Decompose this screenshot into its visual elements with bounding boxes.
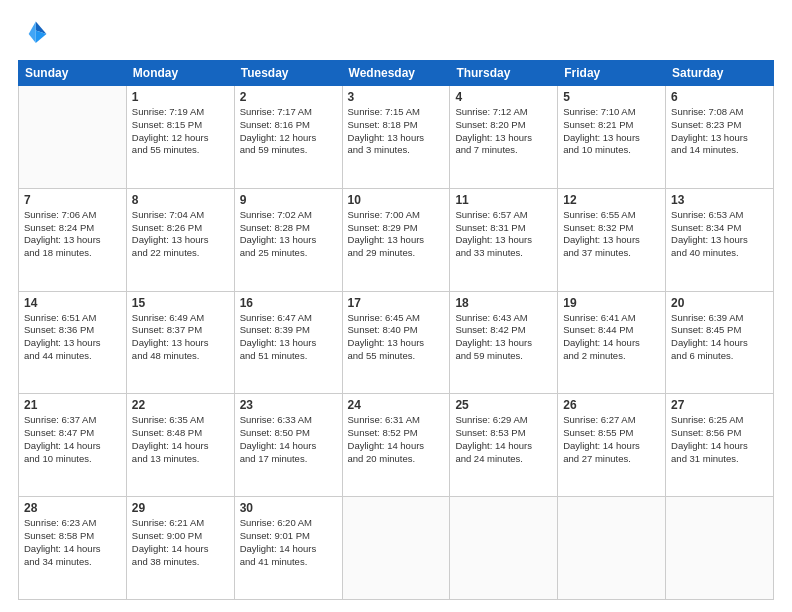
- day-number: 24: [348, 398, 445, 412]
- day-info: Sunrise: 6:55 AM Sunset: 8:32 PM Dayligh…: [563, 209, 660, 260]
- week-row-2: 7Sunrise: 7:06 AM Sunset: 8:24 PM Daylig…: [19, 188, 774, 291]
- calendar-cell: 12Sunrise: 6:55 AM Sunset: 8:32 PM Dayli…: [558, 188, 666, 291]
- calendar-cell: 20Sunrise: 6:39 AM Sunset: 8:45 PM Dayli…: [666, 291, 774, 394]
- svg-marker-2: [29, 22, 36, 43]
- calendar-cell: 28Sunrise: 6:23 AM Sunset: 8:58 PM Dayli…: [19, 497, 127, 600]
- calendar-cell: 14Sunrise: 6:51 AM Sunset: 8:36 PM Dayli…: [19, 291, 127, 394]
- calendar-cell: 1Sunrise: 7:19 AM Sunset: 8:15 PM Daylig…: [126, 86, 234, 189]
- calendar-cell: 4Sunrise: 7:12 AM Sunset: 8:20 PM Daylig…: [450, 86, 558, 189]
- calendar-cell: [558, 497, 666, 600]
- day-info: Sunrise: 7:00 AM Sunset: 8:29 PM Dayligh…: [348, 209, 445, 260]
- calendar-cell: [342, 497, 450, 600]
- calendar-cell: 30Sunrise: 6:20 AM Sunset: 9:01 PM Dayli…: [234, 497, 342, 600]
- day-info: Sunrise: 6:25 AM Sunset: 8:56 PM Dayligh…: [671, 414, 768, 465]
- day-info: Sunrise: 6:51 AM Sunset: 8:36 PM Dayligh…: [24, 312, 121, 363]
- weekday-header-monday: Monday: [126, 61, 234, 86]
- calendar-cell: 5Sunrise: 7:10 AM Sunset: 8:21 PM Daylig…: [558, 86, 666, 189]
- calendar-cell: 19Sunrise: 6:41 AM Sunset: 8:44 PM Dayli…: [558, 291, 666, 394]
- calendar-cell: 8Sunrise: 7:04 AM Sunset: 8:26 PM Daylig…: [126, 188, 234, 291]
- weekday-header-tuesday: Tuesday: [234, 61, 342, 86]
- day-info: Sunrise: 7:06 AM Sunset: 8:24 PM Dayligh…: [24, 209, 121, 260]
- day-info: Sunrise: 6:39 AM Sunset: 8:45 PM Dayligh…: [671, 312, 768, 363]
- day-info: Sunrise: 6:23 AM Sunset: 8:58 PM Dayligh…: [24, 517, 121, 568]
- day-info: Sunrise: 7:08 AM Sunset: 8:23 PM Dayligh…: [671, 106, 768, 157]
- logo: [18, 18, 54, 50]
- day-number: 9: [240, 193, 337, 207]
- calendar-cell: 10Sunrise: 7:00 AM Sunset: 8:29 PM Dayli…: [342, 188, 450, 291]
- day-number: 15: [132, 296, 229, 310]
- day-number: 10: [348, 193, 445, 207]
- day-info: Sunrise: 6:33 AM Sunset: 8:50 PM Dayligh…: [240, 414, 337, 465]
- day-number: 8: [132, 193, 229, 207]
- day-info: Sunrise: 7:10 AM Sunset: 8:21 PM Dayligh…: [563, 106, 660, 157]
- calendar-cell: 26Sunrise: 6:27 AM Sunset: 8:55 PM Dayli…: [558, 394, 666, 497]
- calendar-cell: 3Sunrise: 7:15 AM Sunset: 8:18 PM Daylig…: [342, 86, 450, 189]
- day-number: 16: [240, 296, 337, 310]
- calendar-cell: 15Sunrise: 6:49 AM Sunset: 8:37 PM Dayli…: [126, 291, 234, 394]
- day-info: Sunrise: 6:47 AM Sunset: 8:39 PM Dayligh…: [240, 312, 337, 363]
- weekday-header-saturday: Saturday: [666, 61, 774, 86]
- calendar-cell: 16Sunrise: 6:47 AM Sunset: 8:39 PM Dayli…: [234, 291, 342, 394]
- day-info: Sunrise: 6:20 AM Sunset: 9:01 PM Dayligh…: [240, 517, 337, 568]
- day-number: 11: [455, 193, 552, 207]
- day-number: 22: [132, 398, 229, 412]
- day-info: Sunrise: 6:53 AM Sunset: 8:34 PM Dayligh…: [671, 209, 768, 260]
- calendar-cell: 18Sunrise: 6:43 AM Sunset: 8:42 PM Dayli…: [450, 291, 558, 394]
- header: [18, 18, 774, 50]
- calendar-cell: 11Sunrise: 6:57 AM Sunset: 8:31 PM Dayli…: [450, 188, 558, 291]
- day-number: 1: [132, 90, 229, 104]
- weekday-header-row: SundayMondayTuesdayWednesdayThursdayFrid…: [19, 61, 774, 86]
- day-number: 18: [455, 296, 552, 310]
- day-info: Sunrise: 7:19 AM Sunset: 8:15 PM Dayligh…: [132, 106, 229, 157]
- day-info: Sunrise: 6:35 AM Sunset: 8:48 PM Dayligh…: [132, 414, 229, 465]
- day-number: 30: [240, 501, 337, 515]
- day-info: Sunrise: 6:45 AM Sunset: 8:40 PM Dayligh…: [348, 312, 445, 363]
- week-row-5: 28Sunrise: 6:23 AM Sunset: 8:58 PM Dayli…: [19, 497, 774, 600]
- day-info: Sunrise: 6:57 AM Sunset: 8:31 PM Dayligh…: [455, 209, 552, 260]
- day-number: 29: [132, 501, 229, 515]
- calendar-cell: 9Sunrise: 7:02 AM Sunset: 8:28 PM Daylig…: [234, 188, 342, 291]
- day-info: Sunrise: 6:43 AM Sunset: 8:42 PM Dayligh…: [455, 312, 552, 363]
- week-row-3: 14Sunrise: 6:51 AM Sunset: 8:36 PM Dayli…: [19, 291, 774, 394]
- week-row-1: 1Sunrise: 7:19 AM Sunset: 8:15 PM Daylig…: [19, 86, 774, 189]
- calendar-cell: 7Sunrise: 7:06 AM Sunset: 8:24 PM Daylig…: [19, 188, 127, 291]
- day-number: 25: [455, 398, 552, 412]
- day-number: 5: [563, 90, 660, 104]
- day-number: 4: [455, 90, 552, 104]
- day-info: Sunrise: 6:29 AM Sunset: 8:53 PM Dayligh…: [455, 414, 552, 465]
- day-number: 20: [671, 296, 768, 310]
- day-info: Sunrise: 7:02 AM Sunset: 8:28 PM Dayligh…: [240, 209, 337, 260]
- day-number: 21: [24, 398, 121, 412]
- day-info: Sunrise: 6:31 AM Sunset: 8:52 PM Dayligh…: [348, 414, 445, 465]
- day-info: Sunrise: 7:15 AM Sunset: 8:18 PM Dayligh…: [348, 106, 445, 157]
- weekday-header-wednesday: Wednesday: [342, 61, 450, 86]
- day-info: Sunrise: 6:37 AM Sunset: 8:47 PM Dayligh…: [24, 414, 121, 465]
- calendar-cell: 25Sunrise: 6:29 AM Sunset: 8:53 PM Dayli…: [450, 394, 558, 497]
- calendar-cell: 17Sunrise: 6:45 AM Sunset: 8:40 PM Dayli…: [342, 291, 450, 394]
- calendar-cell: 2Sunrise: 7:17 AM Sunset: 8:16 PM Daylig…: [234, 86, 342, 189]
- day-info: Sunrise: 6:21 AM Sunset: 9:00 PM Dayligh…: [132, 517, 229, 568]
- day-number: 23: [240, 398, 337, 412]
- calendar-cell: [450, 497, 558, 600]
- day-number: 19: [563, 296, 660, 310]
- day-number: 26: [563, 398, 660, 412]
- day-info: Sunrise: 7:04 AM Sunset: 8:26 PM Dayligh…: [132, 209, 229, 260]
- day-info: Sunrise: 7:12 AM Sunset: 8:20 PM Dayligh…: [455, 106, 552, 157]
- day-number: 7: [24, 193, 121, 207]
- day-info: Sunrise: 7:17 AM Sunset: 8:16 PM Dayligh…: [240, 106, 337, 157]
- calendar-cell: 27Sunrise: 6:25 AM Sunset: 8:56 PM Dayli…: [666, 394, 774, 497]
- day-number: 28: [24, 501, 121, 515]
- day-number: 12: [563, 193, 660, 207]
- weekday-header-friday: Friday: [558, 61, 666, 86]
- calendar-cell: 21Sunrise: 6:37 AM Sunset: 8:47 PM Dayli…: [19, 394, 127, 497]
- day-info: Sunrise: 6:27 AM Sunset: 8:55 PM Dayligh…: [563, 414, 660, 465]
- day-info: Sunrise: 6:41 AM Sunset: 8:44 PM Dayligh…: [563, 312, 660, 363]
- logo-icon: [18, 18, 50, 50]
- calendar-cell: 23Sunrise: 6:33 AM Sunset: 8:50 PM Dayli…: [234, 394, 342, 497]
- page: SundayMondayTuesdayWednesdayThursdayFrid…: [0, 0, 792, 612]
- calendar-cell: 22Sunrise: 6:35 AM Sunset: 8:48 PM Dayli…: [126, 394, 234, 497]
- calendar-cell: [19, 86, 127, 189]
- day-info: Sunrise: 6:49 AM Sunset: 8:37 PM Dayligh…: [132, 312, 229, 363]
- day-number: 27: [671, 398, 768, 412]
- day-number: 13: [671, 193, 768, 207]
